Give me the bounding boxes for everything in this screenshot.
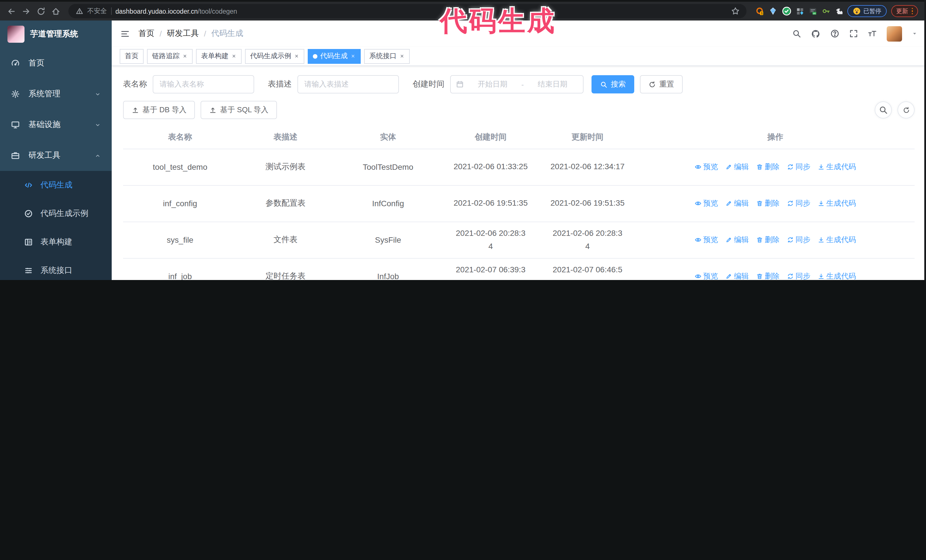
browser-back-icon[interactable] (5, 4, 18, 18)
tab-close-icon[interactable] (294, 54, 299, 59)
import-sql-button[interactable]: 基于 SQL 导入 (201, 101, 277, 119)
submenu-item-0[interactable]: 代码生成 (0, 171, 112, 199)
action-sync-link[interactable]: 同步 (787, 235, 810, 245)
tab-close-icon[interactable] (351, 54, 356, 59)
action-edit-link[interactable]: 编辑 (725, 271, 749, 280)
user-avatar[interactable] (887, 26, 902, 41)
browser-home-icon[interactable] (49, 4, 63, 18)
sidebar-item-3[interactable]: 研发工具 (0, 140, 112, 171)
grid-extension-icon[interactable] (796, 7, 804, 15)
refresh-table-button[interactable] (897, 101, 915, 118)
scrollbar-track[interactable] (924, 0, 926, 280)
calendar-icon (456, 80, 464, 88)
date-range-picker[interactable]: 开始日期 - 结束日期 (450, 75, 584, 94)
table-row[interactable]: inf_job定时任务表InfJob2021-02-07 06:39:3 420… (123, 258, 915, 280)
import-db-button[interactable]: 基于 DB 导入 (123, 101, 195, 119)
action-generate-code-link[interactable]: 生成代码 (818, 198, 856, 208)
sidebar-item-2[interactable]: 基础设施 (0, 109, 112, 140)
edit-icon (725, 163, 732, 171)
tab-0[interactable]: 首页 (120, 49, 144, 63)
tab-5[interactable]: 系统接口 (364, 49, 410, 63)
tab-close-icon[interactable] (232, 54, 236, 59)
sidebar-item-1[interactable]: 系统管理 (0, 78, 112, 109)
submenu-item-3[interactable]: 系统接口 (0, 257, 112, 280)
column-header-0[interactable]: 表名称 (123, 126, 237, 149)
tab-close-icon[interactable] (182, 54, 188, 59)
column-header-2[interactable]: 实体 (334, 126, 442, 149)
hamburger-icon[interactable] (120, 29, 130, 38)
column-header-1[interactable]: 表描述 (237, 126, 334, 149)
browser-menu-icon[interactable] (911, 8, 913, 15)
action-delete-link[interactable]: 删除 (756, 162, 779, 172)
profile-paused-pill[interactable]: 已暂停 (847, 5, 887, 17)
column-header-5[interactable]: 操作 (636, 126, 915, 149)
breadcrumb-item-1[interactable]: 研发工具 (167, 29, 199, 39)
submenu-item-2[interactable]: 表单构建 (0, 228, 112, 257)
submenu-item-1[interactable]: 代码生成示例 (0, 199, 112, 228)
chevron-down-icon[interactable] (912, 31, 917, 36)
tab-close-icon[interactable] (399, 54, 405, 59)
puzzle-extensions-icon[interactable] (835, 7, 843, 15)
cell-create-time: 2021-02-06 01:33:25 (442, 149, 539, 185)
sync-icon (787, 236, 794, 243)
table-row[interactable]: sys_file文件表SysFile2021-02-06 20:28:3 420… (123, 222, 915, 258)
help-icon[interactable] (830, 29, 840, 38)
action-sync-link[interactable]: 同步 (787, 198, 810, 208)
action-preview-link[interactable]: 预览 (694, 198, 718, 208)
delete-icon (756, 200, 763, 207)
reset-button[interactable]: 重置 (640, 75, 683, 94)
check-extension-icon[interactable] (782, 6, 791, 16)
toggle-search-button[interactable] (875, 101, 892, 118)
action-edit-link[interactable]: 编辑 (725, 162, 749, 172)
browser-update-button[interactable]: 更新 (891, 5, 918, 17)
onetab-extension-icon[interactable]: 1 (756, 7, 764, 15)
chevron-up-icon (95, 152, 101, 158)
column-header-3[interactable]: 创建时间 (442, 126, 539, 149)
tab-4[interactable]: 代码生成 (308, 49, 361, 63)
key-extension-icon[interactable] (822, 7, 830, 15)
tab-3[interactable]: 代码生成示例 (245, 49, 304, 63)
action-generate-code-link[interactable]: 生成代码 (818, 235, 856, 245)
action-delete-link[interactable]: 删除 (756, 235, 779, 245)
action-preview-link[interactable]: 预览 (694, 235, 718, 245)
header-search-icon[interactable] (792, 29, 801, 38)
start-date-placeholder[interactable]: 开始日期 (467, 79, 518, 89)
action-delete-link[interactable]: 删除 (756, 271, 779, 280)
gem-extension-icon[interactable] (769, 7, 777, 15)
browser-reload-icon[interactable] (34, 4, 48, 18)
action-delete-link[interactable]: 删除 (756, 198, 779, 208)
app-logo[interactable]: 芋道管理系统 (0, 21, 112, 48)
action-edit-link[interactable]: 编辑 (725, 235, 749, 245)
table-row[interactable]: inf_config参数配置表InfConfig2021-02-06 19:51… (123, 185, 915, 222)
table-row[interactable]: tool_test_demo测试示例表ToolTestDemo2021-02-0… (123, 149, 915, 185)
github-icon[interactable] (811, 29, 820, 38)
breadcrumb-item-0[interactable]: 首页 (138, 29, 154, 39)
action-generate-code-link[interactable]: 生成代码 (818, 162, 856, 172)
action-generate-code-link[interactable]: 生成代码 (818, 271, 856, 280)
action-sync-link[interactable]: 同步 (787, 271, 810, 280)
dark-on-extension-icon[interactable]: on (809, 7, 817, 15)
gauge-icon (11, 59, 20, 68)
table-name-label: 表名称 (123, 79, 147, 89)
action-edit-link[interactable]: 编辑 (725, 198, 749, 208)
tab-label: 首页 (125, 51, 138, 61)
tab-1[interactable]: 链路追踪 (147, 49, 193, 63)
delete-icon (756, 273, 763, 280)
codegen-table: 表名称表描述实体创建时间更新时间操作 tool_test_demo测试示例表To… (123, 126, 915, 280)
fullscreen-icon[interactable] (849, 29, 858, 38)
tab-2[interactable]: 表单构建 (196, 49, 242, 63)
table-name-input[interactable]: 请输入表名称 (153, 75, 254, 94)
bookmark-star-icon[interactable] (731, 7, 740, 15)
action-preview-link[interactable]: 预览 (694, 271, 718, 280)
address-bar[interactable]: 不安全 dashboard.yudao.iocoder.cn/tool/code… (68, 4, 746, 18)
font-size-icon[interactable] (868, 29, 877, 38)
action-sync-link[interactable]: 同步 (787, 162, 810, 172)
sidebar-item-0[interactable]: 首页 (0, 48, 112, 78)
search-button[interactable]: 搜索 (592, 75, 634, 94)
browser-forward-icon[interactable] (20, 4, 33, 18)
table-desc-input[interactable]: 请输入表描述 (298, 75, 399, 94)
column-header-4[interactable]: 更新时间 (539, 126, 636, 149)
action-preview-link[interactable]: 预览 (694, 162, 718, 172)
security-label[interactable]: 不安全 (87, 7, 107, 15)
end-date-placeholder[interactable]: 结束日期 (527, 79, 578, 89)
